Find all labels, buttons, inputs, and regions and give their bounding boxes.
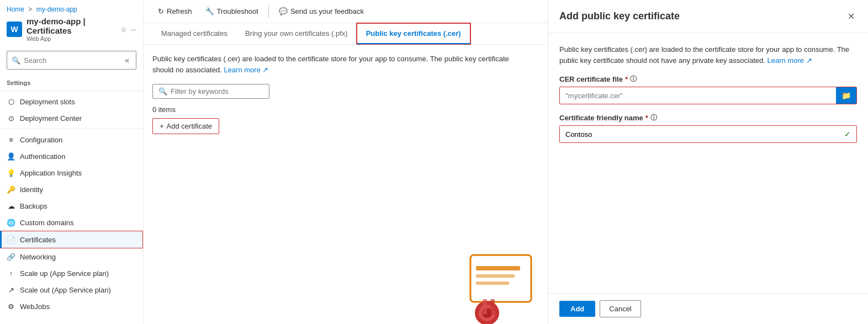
- svg-rect-8: [490, 299, 495, 315]
- main-content: ↻ Refresh 🔧 Troubleshoot 💬 Send us your …: [144, 0, 548, 324]
- sidebar-item-scale-up[interactable]: ↑ Scale up (App Service plan): [0, 265, 143, 281]
- breadcrumb-app[interactable]: my-demo-app: [36, 6, 77, 13]
- collapse-button[interactable]: «: [123, 54, 131, 67]
- toolbar-separator: [268, 5, 269, 18]
- svg-rect-0: [470, 255, 531, 302]
- sidebar-label-configuration: Configuration: [20, 136, 62, 144]
- sidebar-label-authentication: Authentication: [20, 152, 65, 161]
- filter-icon: 🔍: [158, 87, 167, 95]
- breadcrumb-home[interactable]: Home: [7, 6, 24, 13]
- app-subtitle: Web App: [27, 35, 113, 42]
- sidebar-item-custom-domains[interactable]: 🌐 Custom domains: [0, 214, 143, 231]
- friendly-name-field-group: Certificate friendly name * ⓘ ✓: [559, 113, 857, 143]
- feedback-icon: 💬: [279, 7, 288, 15]
- refresh-button[interactable]: ↻ Refresh: [152, 4, 198, 18]
- application-insights-icon: 💡: [7, 168, 15, 177]
- sidebar-item-identity[interactable]: 🔑 Identity: [0, 181, 143, 198]
- learn-more-link[interactable]: Learn more ↗: [224, 66, 268, 74]
- friendly-name-input[interactable]: [560, 126, 839, 142]
- configuration-icon: ≡: [7, 135, 15, 144]
- sidebar-item-backups[interactable]: ☁ Backups: [0, 198, 143, 214]
- refresh-label: Refresh: [167, 7, 192, 15]
- deployment-center-icon: ⊙: [7, 114, 15, 123]
- sidebar-item-deployment-center[interactable]: ⊙ Deployment Center: [0, 110, 143, 126]
- panel-close-button[interactable]: ✕: [845, 9, 857, 24]
- cancel-button[interactable]: Cancel: [600, 300, 641, 317]
- app-icon: W: [7, 22, 22, 37]
- search-input[interactable]: [24, 56, 123, 65]
- content-area: Public key certificates (.cer) are loade…: [144, 45, 548, 324]
- cer-file-label: CER certificate file * ⓘ: [559, 75, 857, 84]
- sidebar-label-custom-domains: Custom domains: [20, 219, 74, 227]
- right-panel: Add public key certificate ✕ Public key …: [548, 0, 868, 324]
- feedback-button[interactable]: 💬 Send us your feedback: [273, 4, 369, 18]
- cer-file-browse-button[interactable]: 📁: [836, 87, 856, 104]
- more-icon[interactable]: ···: [130, 25, 136, 34]
- add-cert-label: Add certificate: [167, 122, 212, 130]
- certificates-icon: 📄: [7, 235, 15, 244]
- sidebar-header: Home > my-demo-app W my-demo-app | Certi…: [0, 0, 143, 46]
- troubleshoot-label: Troubleshoot: [217, 7, 258, 15]
- sidebar-item-authentication[interactable]: 👤 Authentication: [0, 148, 143, 164]
- sidebar-item-deployment-slots[interactable]: ⬡ Deployment slots: [0, 93, 143, 110]
- panel-header: Add public key certificate ✕: [548, 0, 868, 33]
- star-icon[interactable]: ☆: [120, 25, 127, 34]
- sidebar-item-configuration[interactable]: ≡ Configuration: [0, 131, 143, 148]
- svg-rect-2: [476, 274, 515, 278]
- app-title: my-demo-app | Certificates: [27, 17, 113, 35]
- authentication-icon: 👤: [7, 152, 15, 161]
- filter-input[interactable]: [171, 87, 263, 95]
- svg-rect-1: [476, 266, 520, 270]
- friendly-name-label: Certificate friendly name * ⓘ: [559, 113, 857, 123]
- breadcrumb-sep: >: [28, 6, 32, 13]
- sidebar-label-webjobs: WebJobs: [20, 302, 50, 311]
- items-count: 0 items: [152, 105, 539, 114]
- webjobs-icon: ⚙: [7, 302, 15, 311]
- add-button[interactable]: Add: [559, 301, 595, 317]
- custom-domains-icon: 🌐: [7, 218, 15, 227]
- add-certificate-button[interactable]: + Add certificate: [152, 118, 219, 134]
- required-marker-2: *: [645, 114, 648, 122]
- tab-public-key[interactable]: Public key certificates (.cer): [357, 23, 470, 44]
- sidebar-label-networking: Networking: [20, 253, 56, 261]
- tab-bring-own[interactable]: Bring your own certificates (.pfx): [236, 24, 357, 44]
- folder-icon: 📁: [841, 91, 851, 100]
- settings-section-label: Settings: [0, 74, 143, 88]
- add-icon: +: [160, 122, 164, 130]
- cer-file-input-row: 📁: [559, 87, 857, 104]
- panel-footer: Add Cancel: [548, 293, 868, 324]
- troubleshoot-button[interactable]: 🔧 Troubleshoot: [200, 4, 264, 18]
- required-marker: *: [625, 75, 628, 83]
- tab-managed-certificates[interactable]: Managed certificates: [152, 24, 236, 44]
- backups-icon: ☁: [7, 201, 15, 210]
- sidebar-item-webjobs[interactable]: ⚙ WebJobs: [0, 298, 143, 315]
- breadcrumb: Home > my-demo-app: [7, 6, 136, 13]
- sidebar-divider-top: [0, 91, 143, 91]
- troubleshoot-icon: 🔧: [205, 7, 214, 15]
- sidebar-item-scale-out[interactable]: ↗ Scale out (App Service plan): [0, 281, 143, 298]
- info-icon: ⓘ: [630, 75, 637, 84]
- cer-file-input[interactable]: [560, 88, 836, 104]
- sidebar-label-deployment-slots: Deployment slots: [20, 98, 75, 106]
- filter-input-box[interactable]: 🔍: [152, 84, 269, 99]
- sidebar-item-networking[interactable]: 🔗 Networking: [0, 248, 143, 265]
- friendly-name-check-button[interactable]: ✓: [839, 126, 856, 142]
- sidebar-label-certificates: Certificates: [20, 236, 56, 244]
- svg-rect-7: [483, 299, 487, 315]
- friendly-name-input-row: ✓: [559, 125, 857, 143]
- scale-up-icon: ↑: [7, 269, 15, 278]
- panel-learn-more-link[interactable]: Learn more ↗: [768, 56, 812, 65]
- scale-out-icon: ↗: [7, 285, 15, 294]
- feedback-label: Send us your feedback: [290, 7, 364, 15]
- filter-row: 🔍: [152, 84, 539, 99]
- deployment-slots-icon: ⬡: [7, 97, 15, 106]
- cer-file-field-group: CER certificate file * ⓘ 📁: [559, 75, 857, 104]
- sidebar-label-identity: Identity: [20, 185, 43, 194]
- sidebar-divider-2: [0, 129, 143, 129]
- sidebar-item-application-insights[interactable]: 💡 Application Insights: [0, 164, 143, 181]
- panel-description: Public key certificates (.cer) are loade…: [559, 44, 857, 66]
- identity-icon: 🔑: [7, 185, 15, 194]
- sidebar-item-certificates[interactable]: 📄 Certificates: [0, 231, 143, 248]
- search-box[interactable]: 🔍 «: [7, 51, 136, 70]
- app-title-row: W my-demo-app | Certificates Web App ☆ ·…: [7, 17, 136, 42]
